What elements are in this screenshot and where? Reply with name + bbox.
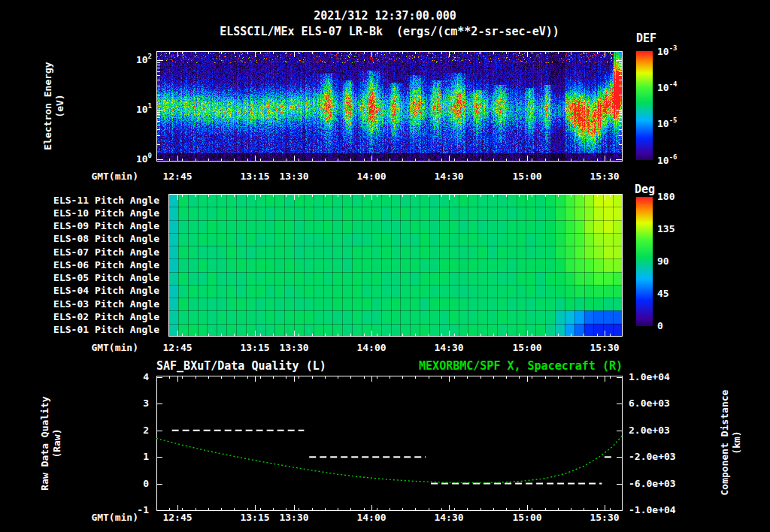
y-label-line1: Electron Energy xyxy=(42,62,54,150)
lineplot-left-axis-label: Raw Data Quality (Raw) xyxy=(38,361,64,526)
plot-screen: 2021/312 12:37:00.000 ELSSCIL/MEx ELS-07… xyxy=(0,0,770,532)
x-tick-label: 15:30 xyxy=(581,171,629,182)
cbar2-tick-90: 90 xyxy=(657,255,669,267)
x-tick-label: 15:30 xyxy=(581,342,629,353)
x-tick-label: 14:00 xyxy=(347,342,396,353)
left-axis-label-line1: Raw Data Quality xyxy=(39,396,51,490)
lineplot-canvas xyxy=(156,376,623,511)
spectrogram-canvas xyxy=(156,51,623,162)
x-tick-label: 13:30 xyxy=(270,512,318,523)
right-axis-label-line2: (km) xyxy=(731,431,743,454)
right-tick-1e4: 1.0e+04 xyxy=(629,371,689,382)
lineplot-title-left: SAF_BXuT/Data Quality (L) xyxy=(156,359,326,373)
colorbar1-title: DEF xyxy=(636,32,656,45)
lineplot-title-right: MEXORBMC/SPF X, Spacecraft (R) xyxy=(419,359,623,373)
x-tick-label: 14:00 xyxy=(347,171,396,182)
row-label-els01: ELS-01 Pitch Angle xyxy=(38,324,159,335)
x-tick-label: 13:30 xyxy=(270,171,318,182)
cbar1-tick-1e-6: 10-6 xyxy=(657,154,678,166)
left-tick-2: 2 xyxy=(114,425,149,436)
x-tick-label: 15:00 xyxy=(503,171,551,182)
cbar1-tick-1e-3: 10-3 xyxy=(657,45,678,57)
y-label-line2: (eV) xyxy=(54,94,66,117)
cbar1-tick-1e-5: 10-5 xyxy=(657,117,678,129)
row-label-els10: ELS-10 Pitch Angle xyxy=(38,207,159,219)
x-tick-label: 13:30 xyxy=(270,342,318,353)
row-label-els07: ELS-07 Pitch Angle xyxy=(38,246,159,258)
right-tick-m6e3: -6.0e+03 xyxy=(629,478,689,489)
right-tick-2e3: 2.0e+03 xyxy=(629,425,689,436)
right-tick-6e3: 6.0e+03 xyxy=(629,397,689,409)
x-tick-label: 15:30 xyxy=(581,512,629,523)
left-tick-0: 0 xyxy=(114,478,149,489)
pitch-angle-canvas xyxy=(168,194,623,337)
x-tick-label: 12:45 xyxy=(153,342,202,353)
x-tick-label: 14:00 xyxy=(347,512,396,523)
x-tick-label: 15:00 xyxy=(503,512,551,523)
x-tick-label: 14:30 xyxy=(425,342,473,353)
right-tick-m2e3: -2.0e+03 xyxy=(629,451,689,462)
row-label-els11: ELS-11 Pitch Angle xyxy=(38,195,159,206)
x-tick-label: 12:45 xyxy=(153,171,202,182)
right-axis-label-line1: Component Distance xyxy=(719,390,731,496)
page-title: ELSSCIL/MEx ELS-07 LR-Bk (ergs/(cm**2-sr… xyxy=(156,25,623,38)
x-tick-label: 15:00 xyxy=(503,342,551,353)
right-tick-m1e4: -1.0e+04 xyxy=(629,504,689,515)
colorbar2-canvas xyxy=(636,197,653,326)
cbar2-tick-180: 180 xyxy=(657,191,675,202)
colorbar1-canvas xyxy=(636,51,653,160)
gmt-label-3: GMT(min) xyxy=(75,512,138,523)
datetime-title: 2021/312 12:37:00.000 xyxy=(0,9,770,23)
x-tick-label: 14:30 xyxy=(425,512,473,523)
lineplot-titles: SAF_BXuT/Data Quality (L) MEXORBMC/SPF X… xyxy=(156,359,623,373)
cbar2-tick-135: 135 xyxy=(657,223,675,234)
cbar1-tick-1e-4: 10-4 xyxy=(657,81,678,93)
row-label-els06: ELS-06 Pitch Angle xyxy=(38,259,159,271)
cbar2-tick-45: 45 xyxy=(657,288,669,299)
gmt-label-1: GMT(min) xyxy=(75,171,138,182)
x-tick-label: 14:30 xyxy=(425,171,473,182)
y-tick-1e1: 101 xyxy=(117,103,152,115)
cbar2-tick-0: 0 xyxy=(657,320,663,331)
row-label-els05: ELS-05 Pitch Angle xyxy=(38,272,159,283)
row-label-els03: ELS-03 Pitch Angle xyxy=(38,298,159,310)
row-label-els02: ELS-02 Pitch Angle xyxy=(38,311,159,322)
left-tick-1: 1 xyxy=(114,451,149,462)
lineplot-right-axis-label: Component Distance (km) xyxy=(718,360,744,525)
y-tick-1e0: 100 xyxy=(117,153,152,165)
left-axis-label-line2: (Raw) xyxy=(51,428,63,458)
left-tick-4: 4 xyxy=(114,371,149,382)
x-tick-label: 12:45 xyxy=(153,512,202,523)
row-label-els08: ELS-08 Pitch Angle xyxy=(38,233,159,244)
row-label-els04: ELS-04 Pitch Angle xyxy=(38,285,159,296)
spectrogram-y-axis-label: Electron Energy (eV) xyxy=(41,23,67,189)
left-tick-3: 3 xyxy=(114,397,149,409)
colorbar2-title: Deg xyxy=(635,183,655,196)
gmt-label-2: GMT(min) xyxy=(75,342,138,353)
row-label-els09: ELS-09 Pitch Angle xyxy=(38,220,159,231)
y-tick-1e2: 102 xyxy=(117,53,152,65)
